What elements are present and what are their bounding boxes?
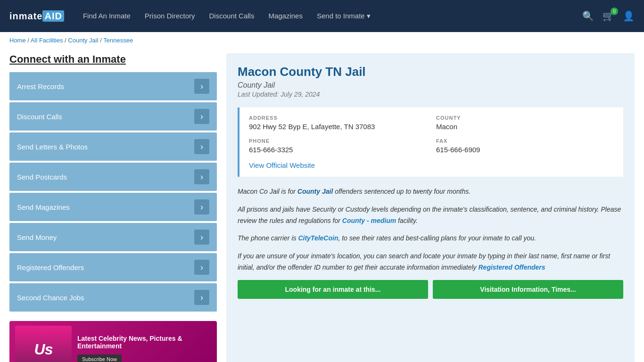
arrow-icon-5: › (194, 230, 209, 245)
address-value: 902 Hwy 52 Byp E, Lafayette, TN 37083 (249, 123, 427, 131)
visitation-info-button[interactable]: Visitation Information, Times... (433, 280, 623, 299)
official-website-link[interactable]: View Official Website (249, 161, 614, 169)
ad-logo: Us (15, 326, 72, 362)
sidebar-label-send-magazines: Send Magazines (17, 203, 70, 211)
sidebar-item-arrest-records[interactable]: Arrest Records › (9, 72, 217, 100)
ad-subscribe-button[interactable]: Subscribe Now (77, 354, 122, 362)
county-medium-link[interactable]: County - medium (342, 217, 396, 224)
fax-label: FAX (436, 138, 614, 144)
phone-label: PHONE (249, 138, 427, 144)
nav-actions: 🔍 🛒 0 👤 (582, 10, 635, 22)
nav-magazines[interactable]: Magazines (268, 12, 303, 20)
desc-paragraph-2: All prisons and jails have Security or C… (238, 204, 623, 227)
desc2-text: All prisons and jails have Security or C… (238, 206, 621, 224)
ad-banner[interactable]: Us Latest Celebrity News, Pictures & Ent… (9, 321, 217, 362)
nav-discount-calls[interactable]: Discount Calls (209, 12, 255, 20)
breadcrumb-county-jail[interactable]: County Jail (68, 37, 98, 44)
bottom-buttons: Looking for an inmate at this... Visitat… (238, 280, 623, 299)
desc4-text: If you are unsure of your inmate's locat… (238, 252, 610, 271)
facility-type: County Jail (238, 81, 623, 90)
main-layout: Connect with an Inmate Arrest Records › … (0, 49, 644, 362)
desc-paragraph-3: The phone carrier is CityTeleCoin, to se… (238, 233, 623, 244)
looking-for-inmate-button[interactable]: Looking for an inmate at this... (238, 280, 428, 299)
address-label: ADDRESS (249, 115, 427, 121)
main-nav: inmateAID Find An Inmate Prison Director… (0, 0, 644, 32)
desc1-text: Macon Co Jail is for (238, 188, 297, 195)
logo-text: inmateAID (9, 10, 64, 22)
description-section: Macon Co Jail is for County Jail offende… (238, 186, 623, 273)
desc1-end: offenders sentenced up to twenty four mo… (333, 188, 471, 195)
address-field: ADDRESS 902 Hwy 52 Byp E, Lafayette, TN … (249, 115, 427, 131)
arrow-icon-6: › (194, 260, 209, 275)
arrow-icon-4: › (194, 199, 209, 214)
cart-wrap[interactable]: 🛒 0 (603, 10, 614, 22)
sidebar-title: Connect with an Inmate (9, 53, 217, 66)
ad-title: Latest Celebrity News, Pictures & Entert… (77, 335, 211, 350)
sidebar-label-send-postcards: Send Postcards (17, 173, 67, 181)
user-icon[interactable]: 👤 (623, 10, 635, 22)
desc2-end: facility. (396, 217, 418, 224)
county-field: COUNTY Macon (436, 115, 614, 131)
search-icon[interactable]: 🔍 (582, 10, 594, 22)
sidebar-label-arrest-records: Arrest Records (17, 82, 64, 90)
sidebar: Connect with an Inmate Arrest Records › … (9, 53, 217, 362)
cart-badge: 0 (611, 8, 618, 15)
ad-content: Latest Celebrity News, Pictures & Entert… (72, 335, 211, 362)
sidebar-item-send-money[interactable]: Send Money › (9, 223, 217, 251)
sidebar-item-send-postcards[interactable]: Send Postcards › (9, 163, 217, 191)
desc3-text: The phone carrier is (238, 234, 298, 242)
phone-value: 615-666-3325 (249, 146, 427, 154)
registered-offenders-link[interactable]: Registered Offenders (478, 263, 545, 271)
breadcrumb-all-facilities[interactable]: All Facilities (31, 37, 63, 44)
sidebar-item-send-magazines[interactable]: Send Magazines › (9, 193, 217, 221)
nav-prison-directory[interactable]: Prison Directory (145, 12, 195, 20)
county-label: COUNTY (436, 115, 614, 121)
breadcrumb-state[interactable]: Tennessee (103, 37, 133, 44)
nav-send-to-inmate[interactable]: Send to Inmate ▾ (317, 12, 371, 20)
main-content: Macon County TN Jail County Jail Last Up… (226, 53, 635, 362)
sidebar-item-second-chance-jobs[interactable]: Second Chance Jobs › (9, 283, 217, 312)
fax-value: 615-666-6909 (436, 146, 614, 154)
breadcrumb: Home / All Facilities / County Jail / Te… (0, 32, 644, 49)
sidebar-label-second-chance-jobs: Second Chance Jobs (17, 294, 84, 302)
breadcrumb-home[interactable]: Home (9, 37, 26, 44)
sidebar-label-send-money: Send Money (17, 233, 57, 241)
nav-find-inmate[interactable]: Find An Inmate (83, 12, 131, 20)
desc-paragraph-1: Macon Co Jail is for County Jail offende… (238, 186, 623, 197)
desc3-end: , to see their rates and best-calling pl… (338, 234, 536, 242)
arrow-icon-0: › (194, 79, 209, 94)
desc-paragraph-4: If you are unsure of your inmate's locat… (238, 251, 623, 273)
sidebar-menu: Arrest Records › Discount Calls › Send L… (9, 72, 217, 312)
sidebar-item-send-letters[interactable]: Send Letters & Photos › (9, 132, 217, 161)
logo-aid: AID (42, 10, 64, 22)
arrow-icon-2: › (194, 139, 209, 154)
citytelecoin-link[interactable]: CityTeleCoin (298, 234, 338, 242)
arrow-icon-7: › (194, 290, 209, 305)
logo[interactable]: inmateAID (9, 10, 64, 22)
facility-title: Macon County TN Jail (238, 65, 623, 79)
sidebar-item-discount-calls[interactable]: Discount Calls › (9, 102, 217, 131)
phone-field: PHONE 615-666-3325 (249, 138, 427, 154)
sidebar-label-registered-offenders: Registered Offenders (17, 263, 84, 272)
sidebar-label-send-letters: Send Letters & Photos (17, 143, 88, 151)
facility-updated: Last Updated: July 29, 2024 (238, 90, 623, 98)
desc1-highlight: County Jail (297, 188, 333, 195)
county-value: Macon (436, 123, 614, 131)
facility-info-box: ADDRESS 902 Hwy 52 Byp E, Lafayette, TN … (238, 107, 623, 177)
arrow-icon-3: › (194, 169, 209, 184)
sidebar-item-registered-offenders[interactable]: Registered Offenders › (9, 253, 217, 281)
sidebar-label-discount-calls: Discount Calls (17, 113, 62, 121)
fax-field: FAX 615-666-6909 (436, 138, 614, 154)
nav-links: Find An Inmate Prison Directory Discount… (83, 12, 582, 20)
arrow-icon-1: › (194, 109, 209, 124)
